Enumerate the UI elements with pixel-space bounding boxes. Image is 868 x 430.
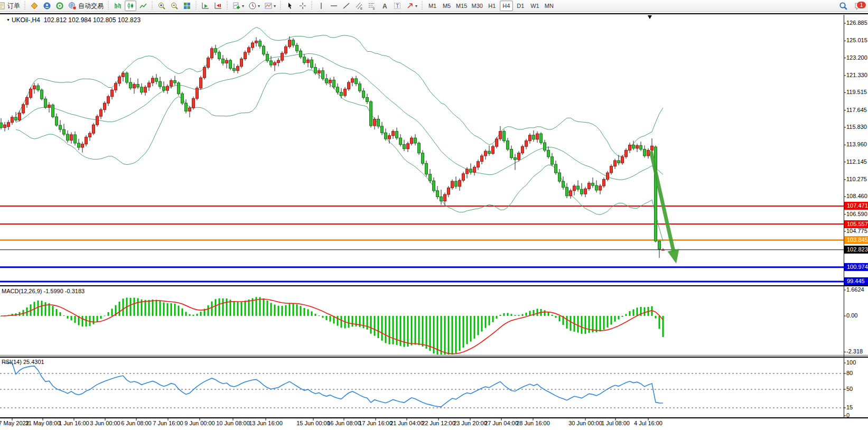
candle-body [318, 71, 321, 73]
macd-histogram-bar [463, 316, 464, 348]
candle-body [529, 135, 531, 141]
macd-histogram-bar [518, 315, 520, 316]
candle-body [540, 134, 543, 143]
macd-histogram-bar [581, 316, 583, 334]
macd-histogram-bar [245, 301, 246, 316]
candle-body [263, 46, 265, 54]
candle-body [621, 157, 624, 163]
candle-body [366, 98, 369, 102]
candle-body [592, 183, 594, 185]
macd-histogram-bar [603, 316, 605, 330]
macd-histogram-bar [444, 316, 446, 358]
candle-body [259, 41, 262, 46]
candle-body [155, 78, 158, 81]
macd-histogram-bar [263, 298, 265, 316]
candle-body [606, 173, 609, 179]
candle-body [584, 189, 587, 194]
macd-histogram-bar [93, 316, 95, 324]
candle-body [473, 167, 476, 172]
macd-histogram-bar [60, 312, 61, 316]
candle-body [636, 145, 639, 148]
candle-body [141, 87, 143, 92]
macd-histogram-bar [629, 311, 631, 316]
candle-body [507, 141, 509, 149]
candle-body [26, 98, 29, 105]
macd-histogram-bar [552, 315, 553, 316]
candle-body [647, 150, 650, 156]
candle-body [525, 141, 528, 146]
candle-body [422, 153, 424, 164]
candle-body [255, 41, 258, 43]
candle-body [248, 48, 250, 52]
macd-histogram-bar [474, 316, 475, 339]
candle-body [100, 110, 102, 116]
macd-histogram-bar [163, 302, 165, 316]
macd-histogram-bar [167, 303, 169, 316]
macd-histogram-bar [622, 316, 623, 317]
macd-histogram-bar [45, 302, 46, 316]
macd-histogram-bar [315, 314, 316, 316]
candle-body [166, 86, 169, 90]
macd-histogram-bar [67, 316, 69, 319]
candle-body [211, 49, 213, 58]
candle-body [496, 139, 498, 146]
macd-histogram-bar [393, 316, 394, 344]
macd-histogram-bar [618, 316, 620, 320]
macd-histogram-bar [234, 301, 235, 316]
candle-body [41, 90, 43, 99]
candle-body [277, 60, 280, 62]
candle-body [270, 61, 273, 65]
candle-body [477, 162, 480, 167]
candle-body [163, 87, 165, 90]
candle-body [44, 99, 47, 107]
candle-body [11, 117, 14, 123]
candle-body [610, 166, 613, 173]
macd-histogram-bar [452, 316, 453, 355]
candle-body [307, 60, 310, 62]
candle-body [425, 163, 428, 174]
candle-body [325, 79, 328, 83]
macd-histogram-bar [455, 316, 457, 353]
candle-body [237, 67, 239, 71]
candle-body [181, 94, 184, 103]
macd-histogram-bar [326, 316, 328, 320]
macd-histogram-bar [208, 305, 209, 316]
macd-histogram-bar [248, 300, 250, 316]
candle-body [129, 82, 132, 88]
candle-body [455, 181, 458, 186]
chart-canvas[interactable] [0, 0, 868, 430]
macd-histogram-bar [522, 314, 524, 316]
macd-histogram-bar [311, 311, 313, 316]
candle-body [547, 150, 550, 156]
panel-separator [0, 357, 868, 358]
macd-histogram-bar [322, 316, 324, 318]
macd-histogram-bar [274, 305, 276, 316]
macd-histogram-bar [577, 316, 579, 333]
macd-histogram-bar [511, 314, 512, 316]
candle-body [229, 60, 232, 68]
macd-histogram-bar [237, 302, 239, 316]
candle-body [629, 145, 631, 151]
macd-histogram-bar [174, 304, 176, 316]
candle-body [337, 87, 339, 92]
macd-histogram-bar [644, 307, 646, 316]
candle-body [640, 145, 642, 149]
main-plot [0, 27, 844, 282]
candle-body [588, 183, 591, 189]
macd-plot [1, 297, 664, 358]
candle-body [340, 92, 343, 96]
macd-histogram-bar [585, 316, 586, 334]
candle-body [481, 156, 483, 162]
candle-body [595, 185, 598, 190]
macd-histogram-bar [448, 316, 450, 357]
candle-body [285, 46, 287, 53]
candle-body [122, 73, 125, 77]
candle-body [111, 90, 114, 96]
candle-body [33, 86, 36, 89]
candle-body [385, 133, 387, 139]
candle-body [67, 134, 69, 141]
candle-body [459, 180, 461, 186]
candle-body [562, 181, 565, 188]
macd-histogram-bar [137, 298, 139, 316]
candle-body [573, 186, 576, 191]
